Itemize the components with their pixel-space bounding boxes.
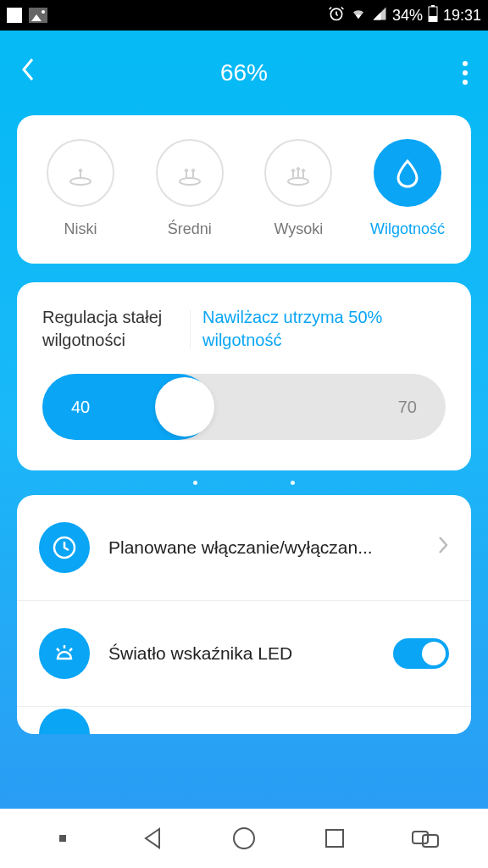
nav-recent-button[interactable] [301,827,369,849]
mode-high[interactable]: Wysoki [252,139,345,238]
humidity-section-title: Regulacja stałej wilgotności [42,306,178,352]
header-title: 66% [220,59,268,86]
app-container: 66% Niski Średni [0,31,488,809]
humidity-control-card: Regulacja stałej wilgotności Nawilżacz u… [17,282,471,470]
mode-label: Wysoki [274,220,323,238]
light-icon [39,628,90,679]
mode-medium[interactable]: Średni [143,139,236,238]
alarm-icon [328,5,345,26]
status-app-icon [7,8,22,23]
signal-icon [372,6,387,25]
svg-rect-11 [413,832,428,843]
led-toggle[interactable] [393,638,449,669]
nav-back-button[interactable] [119,826,187,851]
android-nav-bar [0,809,488,868]
nav-screenshot-button[interactable] [391,828,459,849]
mode-label: Średni [168,220,212,238]
svg-point-4 [70,178,91,185]
mode-label: Niski [64,220,97,238]
svg-rect-8 [59,835,66,842]
humidity-slider[interactable]: 40 70 [42,374,446,440]
mode-humidity[interactable]: Wilgotność [361,139,454,238]
svg-rect-10 [326,830,343,847]
android-status-bar: 34% 19:31 [0,0,488,31]
setting-row-partial[interactable] [17,707,471,734]
svg-point-6 [288,178,308,185]
back-button[interactable] [20,56,37,90]
divider [190,309,191,348]
svg-rect-12 [423,835,438,847]
settings-list-card: Planowane włączanie/wyłączan... Światło … [17,495,471,734]
mist-low-icon [47,139,114,207]
toggle-knob [422,642,446,665]
slider-max-label: 70 [398,398,417,417]
mist-high-icon [264,139,332,207]
battery-text: 34% [392,7,423,25]
nav-home-button[interactable] [210,826,278,850]
setting-label: Światło wskaźnika LED [108,643,374,664]
svg-point-9 [234,828,254,849]
svg-rect-3 [429,16,437,22]
mode-label: Wilgotność [370,220,445,238]
clock-text: 19:31 [443,7,481,25]
humidity-drop-icon [374,139,441,207]
clock-icon [39,522,90,573]
svg-point-5 [180,178,200,185]
nav-menu-button[interactable] [29,835,97,842]
mist-medium-icon [156,139,224,207]
page-indicator [17,481,471,485]
setting-schedule[interactable]: Planowane włączanie/wyłączan... [17,495,471,601]
status-image-icon [29,8,47,23]
wifi-icon [350,6,367,25]
app-header: 66% [0,31,488,115]
mode-low[interactable]: Niski [34,139,127,238]
more-menu-button[interactable] [463,61,468,85]
slider-thumb[interactable] [155,377,214,437]
svg-rect-2 [431,5,435,7]
chevron-right-icon [437,535,449,561]
humidity-status-text: Nawilżacz utrzyma 50% wilgotność [202,306,446,352]
mode-selector-card: Niski Średni Wysoki [17,115,471,264]
battery-icon [428,5,438,26]
slider-min-label: 40 [71,398,90,417]
setting-label: Planowane włączanie/wyłączan... [108,537,419,558]
setting-led-indicator: Światło wskaźnika LED [17,601,471,707]
setting-icon [39,709,90,734]
